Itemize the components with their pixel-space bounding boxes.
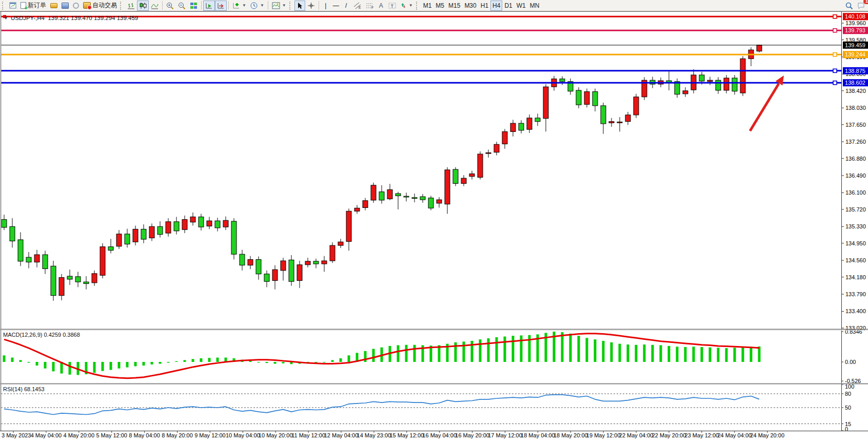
market-watch-button[interactable] (48, 1, 60, 11)
auto-scroll-button[interactable] (203, 1, 215, 11)
chart-shift-button[interactable] (215, 1, 227, 11)
toolbar-drag-handle[interactable] (120, 2, 123, 10)
chart-window-icon (9, 2, 16, 9)
toolbar: 新订单 自动交易 ▼ ▼ ▼ (0, 0, 868, 11)
text-tool-button[interactable]: A (376, 1, 386, 11)
line-chart-button[interactable] (149, 1, 161, 11)
text-icon: A (379, 3, 383, 9)
arrows-icon (400, 2, 407, 9)
add-indicator-icon (232, 2, 240, 9)
toolbar-drag-handle[interactable] (416, 2, 419, 10)
market-watch-icon (50, 3, 57, 8)
timeframe-m5-button[interactable]: M5 (433, 1, 446, 11)
channel-icon: E (353, 2, 362, 9)
timeframe-d1-button[interactable]: D1 (502, 1, 514, 11)
auto-scroll-icon (205, 2, 213, 9)
fibonacci-icon: F (366, 2, 374, 9)
crosshair-tool-button[interactable] (305, 1, 317, 11)
text-label-icon: T (388, 2, 396, 9)
chart-window-button[interactable] (7, 1, 18, 11)
zoom-in-button[interactable] (164, 1, 176, 11)
horizontal-line-tool-button[interactable]: — (331, 1, 341, 11)
channel-tool-button[interactable]: E (351, 1, 364, 11)
new-order-icon (21, 2, 26, 9)
svg-text:F: F (371, 6, 373, 9)
chevron-down-icon: ▼ (242, 3, 246, 8)
bar-chart-icon (127, 2, 135, 9)
vertical-line-icon: | (325, 3, 326, 9)
notification-count-badge: 1 (863, 0, 868, 4)
text-label-tool-button[interactable]: T (386, 1, 398, 11)
autotrading-button[interactable]: 自动交易 (81, 1, 119, 11)
signals-button[interactable] (71, 1, 81, 11)
chevron-down-icon: ▼ (260, 3, 264, 8)
line-chart-icon (151, 2, 159, 9)
autotrading-icon (83, 2, 91, 9)
navigator-icon (62, 3, 69, 9)
notifications-button[interactable]: 1 (855, 1, 867, 11)
zoom-in-icon (166, 2, 174, 9)
horizontal-line-icon: — (333, 3, 339, 9)
time-axis[interactable] (0, 431, 868, 442)
vertical-line-tool-button[interactable]: | (321, 1, 331, 11)
crosshair-icon (307, 2, 315, 9)
arrows-tool-button[interactable]: ▼ (398, 1, 415, 11)
chevron-down-icon: ▼ (409, 3, 413, 8)
zoom-out-button[interactable] (176, 1, 188, 11)
search-button[interactable] (843, 1, 855, 11)
chart-window[interactable]: 139.960139.580139.190138.800138.420138.0… (0, 11, 868, 442)
timeframe-mn-button[interactable]: MN (528, 1, 542, 11)
timeframe-w1-button[interactable]: W1 (515, 1, 528, 11)
macd-pane[interactable] (0, 331, 841, 384)
trendline-icon: / (345, 3, 347, 9)
chevron-down-icon: ▼ (282, 3, 286, 8)
tile-windows-button[interactable] (188, 1, 200, 11)
svg-text:T: T (390, 3, 393, 8)
search-icon (845, 2, 853, 9)
cursor-icon (297, 2, 303, 9)
timeframe-m1-button[interactable]: M1 (421, 1, 434, 11)
timeframe-h4-button[interactable]: H4 (490, 1, 502, 11)
chart-shift-icon (217, 2, 225, 9)
toolbar-drag-handle[interactable] (2, 2, 5, 10)
bar-chart-button[interactable] (125, 1, 137, 11)
timeframe-h1-button[interactable]: H1 (479, 1, 490, 11)
timeframe-m30-button[interactable]: M30 (462, 1, 478, 11)
price-axis[interactable] (841, 12, 868, 431)
toolbar-drag-handle[interactable] (289, 2, 292, 10)
zoom-out-icon (178, 2, 186, 9)
new-order-button[interactable]: 新订单 (18, 1, 48, 11)
navigator-button[interactable] (60, 1, 71, 11)
add-indicator-button[interactable]: ▼ (230, 1, 248, 11)
signals-icon (73, 3, 79, 9)
trendline-tool-button[interactable]: / (341, 1, 351, 11)
timeframe-m15-button[interactable]: M15 (446, 1, 462, 11)
candlestick-icon (139, 2, 147, 9)
template-icon (272, 2, 280, 9)
new-order-label: 新订单 (28, 1, 46, 10)
candlestick-button[interactable] (137, 1, 149, 11)
cursor-tool-button[interactable] (294, 1, 305, 11)
autotrading-label: 自动交易 (92, 1, 117, 10)
rsi-pane[interactable] (0, 385, 841, 431)
period-clock-button[interactable]: ▼ (248, 1, 266, 11)
template-button[interactable]: ▼ (270, 1, 288, 11)
fibonacci-tool-button[interactable]: F (364, 1, 376, 11)
tile-windows-icon (190, 2, 198, 9)
svg-text:E: E (359, 6, 361, 9)
main-price-pane[interactable] (0, 12, 841, 329)
clock-icon (250, 2, 258, 9)
